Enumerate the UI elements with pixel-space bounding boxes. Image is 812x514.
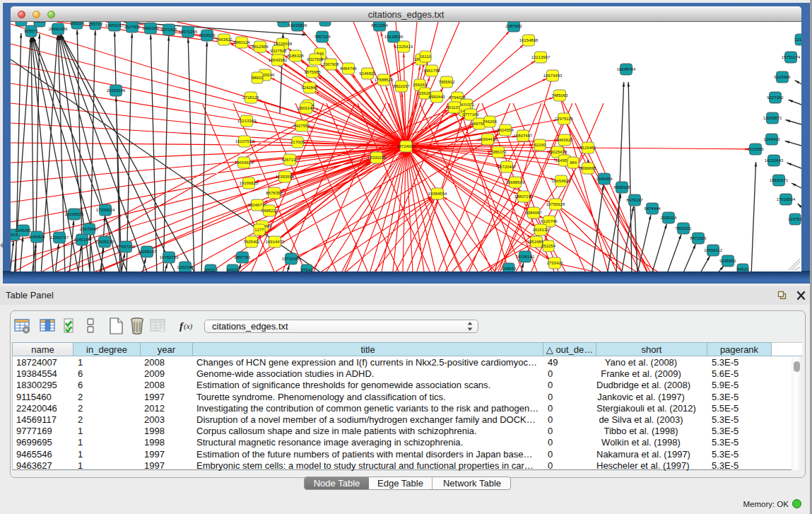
svg-text:2087682: 2087682 xyxy=(505,24,522,28)
svg-text:7832621: 7832621 xyxy=(675,226,692,230)
svg-text:11325419: 11325419 xyxy=(394,45,413,49)
svg-text:1640954: 1640954 xyxy=(596,177,613,181)
svg-text:7955812: 7955812 xyxy=(438,80,455,84)
svg-text:10671355: 10671355 xyxy=(179,30,198,34)
svg-text:1615132: 1615132 xyxy=(532,228,549,232)
svg-text:16107552: 16107552 xyxy=(235,139,254,144)
svg-text:7386372: 7386372 xyxy=(490,150,507,154)
svg-text:8813054: 8813054 xyxy=(371,23,388,28)
svg-text:2367608: 2367608 xyxy=(322,62,339,66)
svg-text:10025438: 10025438 xyxy=(548,150,567,154)
svg-text:19654925: 19654925 xyxy=(235,160,254,165)
svg-text:12353594: 12353594 xyxy=(276,175,295,179)
svg-text:205113: 205113 xyxy=(204,268,218,271)
svg-text:10653267: 10653267 xyxy=(105,23,124,28)
svg-text:1498222: 1498222 xyxy=(261,209,278,213)
svg-text:8427552: 8427552 xyxy=(293,124,310,128)
svg-text:9245652: 9245652 xyxy=(719,259,736,263)
svg-text:8678352: 8678352 xyxy=(266,191,283,195)
svg-text:20206526: 20206526 xyxy=(65,212,84,216)
svg-text:15751074: 15751074 xyxy=(782,55,801,59)
svg-text:8822037: 8822037 xyxy=(393,84,410,88)
svg-text:1277: 1277 xyxy=(254,228,264,232)
svg-text:98901: 98901 xyxy=(252,76,264,80)
svg-text:94501: 94501 xyxy=(227,268,239,271)
svg-text:19218506: 19218506 xyxy=(384,35,404,39)
svg-text:16815: 16815 xyxy=(16,22,28,23)
svg-text:10807487: 10807487 xyxy=(514,134,533,138)
svg-text:3875685: 3875685 xyxy=(304,70,321,74)
svg-text:6961758: 6961758 xyxy=(423,69,440,73)
svg-text:19384554: 19384554 xyxy=(428,192,447,196)
svg-text:7857224: 7857224 xyxy=(314,35,331,39)
svg-text:7515526: 7515526 xyxy=(199,33,216,37)
svg-text:16543382: 16543382 xyxy=(269,58,288,62)
svg-text:249543: 249543 xyxy=(502,267,517,271)
svg-text:1545081: 1545081 xyxy=(15,228,32,233)
svg-text:2718126: 2718126 xyxy=(242,95,259,100)
svg-text:8454749: 8454749 xyxy=(340,66,357,71)
svg-text:18807249: 18807249 xyxy=(514,194,534,199)
svg-text:8479197: 8479197 xyxy=(626,198,643,202)
svg-text:155723: 155723 xyxy=(88,22,103,26)
svg-text:18724007: 18724007 xyxy=(396,144,416,148)
svg-text:10756928: 10756928 xyxy=(546,202,565,206)
svg-text:10973493: 10973493 xyxy=(543,74,563,78)
svg-text:8215955: 8215955 xyxy=(747,147,764,151)
svg-text:9227342: 9227342 xyxy=(767,95,784,100)
svg-text:252254: 252254 xyxy=(541,244,556,248)
svg-text:12213967: 12213967 xyxy=(531,55,551,59)
svg-text:23975867: 23975867 xyxy=(80,227,99,231)
svg-text:20364436: 20364436 xyxy=(478,137,498,141)
svg-text:12093872: 12093872 xyxy=(763,116,782,120)
svg-text:20353346: 20353346 xyxy=(107,88,126,93)
svg-text:905571: 905571 xyxy=(24,29,39,33)
svg-text:2803144: 2803144 xyxy=(298,106,314,110)
svg-text:2935114: 2935114 xyxy=(661,216,678,220)
svg-text:17359924: 17359924 xyxy=(96,208,115,212)
svg-text:1156829: 1156829 xyxy=(29,235,46,239)
svg-text:16033809: 16033809 xyxy=(288,23,307,28)
svg-text:9115460: 9115460 xyxy=(580,146,597,150)
svg-text:15716485: 15716485 xyxy=(282,257,301,261)
svg-text:18300295: 18300295 xyxy=(367,156,387,160)
svg-text:20691406: 20691406 xyxy=(49,27,68,31)
svg-text:12342757: 12342757 xyxy=(50,235,69,240)
svg-text:116753: 116753 xyxy=(788,217,801,221)
svg-text:8990443: 8990443 xyxy=(428,95,445,99)
svg-text:12121: 12121 xyxy=(795,37,801,42)
svg-text:9474444: 9474444 xyxy=(644,206,661,211)
svg-text:9327508: 9327508 xyxy=(307,57,324,62)
svg-text:7625402: 7625402 xyxy=(243,240,260,244)
svg-text:16196141: 16196141 xyxy=(516,255,535,259)
svg-text:12213369: 12213369 xyxy=(237,119,257,123)
svg-text:17588520: 17588520 xyxy=(375,78,394,82)
svg-text:156263: 156263 xyxy=(413,83,428,87)
svg-text:6120746: 6120746 xyxy=(541,219,558,223)
svg-text:9084067: 9084067 xyxy=(525,211,542,215)
svg-text:16648784: 16648784 xyxy=(617,67,636,71)
svg-text:984: 984 xyxy=(570,160,577,165)
svg-text:9699695: 9699695 xyxy=(579,166,596,170)
svg-text:9129966: 9129966 xyxy=(774,75,791,79)
svg-text:62160: 62160 xyxy=(534,143,546,147)
svg-text:17016504: 17016504 xyxy=(777,197,796,201)
svg-text:9463627: 9463627 xyxy=(556,138,573,142)
svg-text:15720407: 15720407 xyxy=(498,165,517,169)
svg-text:8267130: 8267130 xyxy=(281,158,298,162)
svg-text:19166825: 19166825 xyxy=(240,181,259,185)
svg-text:1527602: 1527602 xyxy=(124,25,141,29)
svg-text:7485063: 7485063 xyxy=(551,93,568,98)
svg-text:9146821: 9146821 xyxy=(359,71,376,76)
svg-text:8186328: 8186328 xyxy=(287,54,304,58)
svg-text:1071915: 1071915 xyxy=(160,28,177,32)
svg-text:1244413: 1244413 xyxy=(763,137,780,141)
svg-text:10688609: 10688609 xyxy=(506,180,525,185)
svg-text:12975115: 12975115 xyxy=(555,117,574,121)
svg-text:1733426: 1733426 xyxy=(546,261,563,265)
svg-text:84523: 84523 xyxy=(737,267,749,271)
svg-text:9242845: 9242845 xyxy=(301,86,318,90)
svg-text:166409: 166409 xyxy=(318,22,333,23)
svg-text:8860124: 8860124 xyxy=(233,40,250,45)
svg-text:8938928: 8938928 xyxy=(613,185,630,189)
